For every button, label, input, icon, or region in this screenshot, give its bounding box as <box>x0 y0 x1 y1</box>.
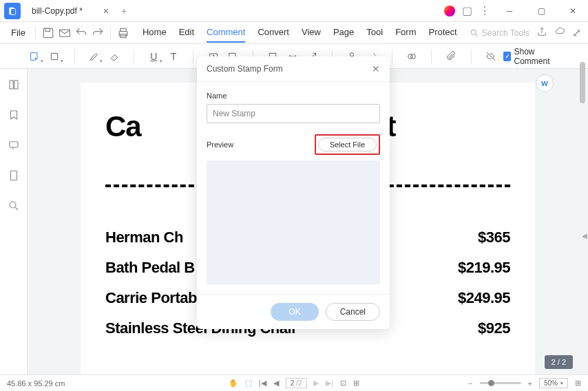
next-page-icon[interactable]: ▶ <box>313 379 319 388</box>
menu-edit[interactable]: Edit <box>179 23 194 43</box>
svg-rect-4 <box>59 30 70 36</box>
reading-mode-icon[interactable]: ⊞ <box>575 379 581 388</box>
underline-tool-icon[interactable]: U▾ <box>147 49 161 64</box>
first-page-icon[interactable]: |◀ <box>259 379 266 388</box>
zoom-select[interactable]: 50% ▾ <box>539 378 568 388</box>
titlebar: bill-Copy.pdf * × + ▢ ⋮ ─ ▢ ✕ <box>0 0 588 22</box>
close-tab-icon[interactable]: × <box>103 6 109 17</box>
preview-label: Preview <box>207 140 233 149</box>
show-comment-checkbox[interactable]: ✓ <box>503 52 511 61</box>
svg-rect-19 <box>10 171 17 180</box>
zoom-in-icon[interactable]: + <box>528 379 532 388</box>
highlight-tool-icon[interactable]: ▾ <box>48 49 62 64</box>
hand-tool-icon[interactable]: ✋ <box>229 379 238 388</box>
page-indicator-badge: 2 / 2 <box>545 355 573 369</box>
print-icon[interactable] <box>116 26 130 40</box>
close-window-button[interactable]: ✕ <box>560 1 585 21</box>
ai-badge-icon[interactable] <box>444 6 455 17</box>
menu-convert[interactable]: Convert <box>258 23 289 43</box>
search-placeholder: Search Tools <box>482 28 529 38</box>
pencil-tool-icon[interactable]: ▾ <box>87 49 101 64</box>
fit-page-icon[interactable]: ⊡ <box>340 379 346 388</box>
dialog-close-icon[interactable]: ✕ <box>372 63 380 74</box>
svg-point-8 <box>471 30 476 34</box>
last-page-icon[interactable]: ▶| <box>326 379 333 388</box>
search-panel-icon[interactable] <box>8 200 20 215</box>
cloud-icon[interactable] <box>554 26 565 40</box>
expand-right-icon[interactable]: ◀ <box>581 222 588 249</box>
redo-icon[interactable] <box>91 26 105 40</box>
mail-icon[interactable] <box>58 26 72 40</box>
menubar: File Home Edit Comment Convert View Page… <box>0 22 588 44</box>
fit-width-icon[interactable]: ⊞ <box>353 379 359 388</box>
svg-rect-18 <box>10 142 18 147</box>
undo-icon[interactable] <box>74 26 88 40</box>
vertical-scrollbar[interactable] <box>580 62 585 103</box>
svg-rect-9 <box>52 53 58 59</box>
document-tab[interactable]: bill-Copy.pdf * × <box>25 0 116 21</box>
cursor-coords: 45.86 x 95.29 cm <box>7 379 65 388</box>
svg-point-13 <box>350 52 354 56</box>
select-file-button[interactable]: Select File <box>318 138 377 151</box>
eraser-tool-icon[interactable] <box>107 49 121 64</box>
attachments-panel-icon[interactable] <box>8 169 20 184</box>
prev-page-icon[interactable]: ◀ <box>273 379 279 388</box>
note-tool-icon[interactable]: ▾ <box>28 49 42 64</box>
show-comment-label: Show Comment <box>514 47 560 66</box>
statusbar: 45.86 x 95.29 cm ✋ ⬚ |◀ ◀ 2 /2 ▶ ▶| ⊡ ⊞ … <box>0 374 588 391</box>
svg-point-20 <box>10 202 16 208</box>
cancel-button[interactable]: Cancel <box>326 303 380 321</box>
name-label: Name <box>207 92 380 100</box>
save-icon[interactable] <box>41 26 55 40</box>
notification-icon[interactable]: ▢ <box>462 4 472 17</box>
minimize-button[interactable]: ─ <box>497 1 522 21</box>
menu-protect[interactable]: Protect <box>428 23 456 43</box>
select-file-highlight: Select File <box>315 134 380 155</box>
select-tool-icon[interactable]: ⬚ <box>245 379 252 388</box>
svg-rect-17 <box>14 81 17 89</box>
menu-comment[interactable]: Comment <box>207 23 245 43</box>
left-sidebar <box>0 69 28 374</box>
word-export-icon[interactable]: w <box>536 74 554 92</box>
zoom-out-icon[interactable]: − <box>468 379 472 388</box>
compare-tool-icon[interactable] <box>404 49 419 64</box>
app-icon <box>4 3 21 19</box>
svg-point-15 <box>410 54 415 59</box>
menu-view[interactable]: View <box>302 23 321 43</box>
add-tab-icon[interactable]: + <box>121 6 127 17</box>
page-number-input[interactable]: 2 /2 <box>286 378 307 388</box>
share-icon[interactable] <box>536 26 547 40</box>
custom-stamp-dialog: Custom Stamp Form ✕ Name Preview Select … <box>197 56 390 329</box>
menu-form[interactable]: Form <box>395 23 416 43</box>
bookmarks-icon[interactable] <box>8 109 20 124</box>
ok-button[interactable]: OK <box>271 303 318 321</box>
svg-rect-1 <box>11 8 16 14</box>
hide-comment-icon[interactable] <box>484 49 498 64</box>
maximize-button[interactable]: ▢ <box>529 1 554 21</box>
stamp-name-input[interactable] <box>207 104 380 123</box>
zoom-slider[interactable] <box>480 382 521 384</box>
svg-rect-16 <box>10 81 13 89</box>
menu-page[interactable]: Page <box>333 23 354 43</box>
attachment-tool-icon[interactable] <box>444 49 459 64</box>
expand-icon[interactable]: ⤢ <box>572 26 581 40</box>
text-tool-icon[interactable]: T <box>167 49 181 64</box>
menu-home[interactable]: Home <box>143 23 167 43</box>
svg-rect-3 <box>45 28 50 31</box>
dialog-title: Custom Stamp Form <box>207 64 283 74</box>
file-menu[interactable]: File <box>7 25 30 41</box>
svg-rect-6 <box>120 28 126 31</box>
preview-area <box>207 160 380 284</box>
thumbnails-icon[interactable] <box>8 78 20 94</box>
menu-tool[interactable]: Tool <box>366 23 383 43</box>
search-tools[interactable]: Search Tools <box>470 28 529 38</box>
comments-panel-icon[interactable] <box>8 139 20 154</box>
tab-title: bill-Copy.pdf * <box>32 6 83 16</box>
kebab-menu-icon[interactable]: ⋮ <box>479 4 490 17</box>
